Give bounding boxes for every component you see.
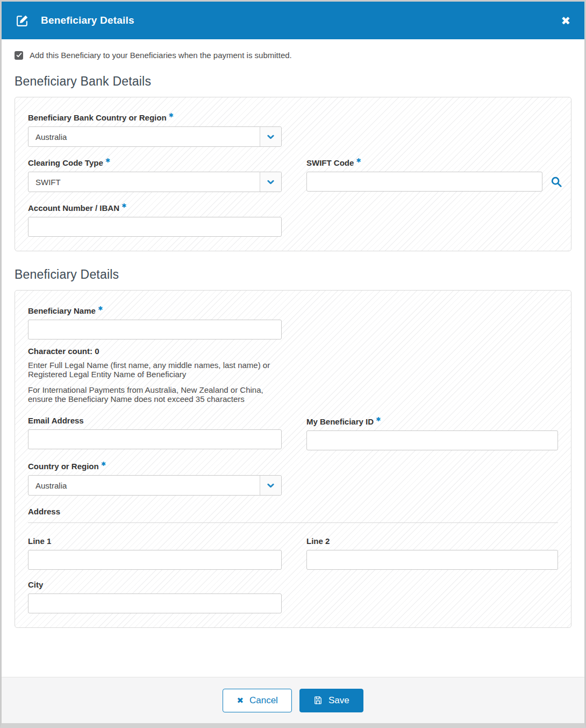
add-beneficiary-checkbox-label: Add this Beneficiary to your Beneficiari… [30, 51, 292, 60]
cancel-x-icon: ✖ [237, 696, 244, 705]
name-help-text-1: Enter Full Legal Name (first name, any m… [28, 361, 281, 379]
beneficiary-details-modal: Beneficiary Details ✖ Add this Beneficia… [0, 0, 586, 728]
country-label: Country or Region✱ [28, 461, 558, 471]
beneficiary-name-label: Beneficiary Name✱ [28, 305, 558, 315]
bank-details-panel: Beneficiary Bank Country or Region✱ Aust… [15, 97, 571, 251]
country-dropdown-button[interactable] [260, 476, 281, 495]
edit-icon [16, 14, 29, 27]
email-label: Email Address [28, 416, 282, 425]
modal-header: Beneficiary Details ✖ [2, 2, 584, 39]
cancel-button-label: Cancel [249, 695, 278, 706]
swift-code-label: SWIFT Code✱ [306, 157, 562, 167]
account-number-field: Account Number / IBAN✱ [28, 202, 558, 237]
swift-code-field: SWIFT Code✱ [306, 157, 562, 192]
beneficiary-id-field: My Beneficiary ID✱ [306, 416, 558, 450]
beneficiary-id-input[interactable] [306, 430, 558, 450]
required-marker: ✱ [122, 202, 126, 209]
chevron-down-icon [267, 133, 275, 141]
bank-country-field: Beneficiary Bank Country or Region✱ Aust… [28, 112, 558, 147]
beneficiary-name-field: Beneficiary Name✱ [28, 305, 558, 340]
required-marker: ✱ [356, 157, 361, 164]
country-label-text: Country or Region [28, 462, 99, 471]
search-icon[interactable] [551, 176, 562, 188]
beneficiary-details-panel: Beneficiary Name✱ Character count: 0 Ent… [15, 290, 571, 628]
beneficiary-details-heading: Beneficiary Details [15, 267, 571, 282]
modal-body: Add this Beneficiary to your Beneficiari… [2, 39, 584, 677]
bank-country-value: Australia [28, 127, 260, 146]
line1-input[interactable] [28, 550, 282, 570]
address-heading: Address [28, 507, 558, 516]
line2-field: Line 2 [306, 536, 558, 570]
beneficiary-name-label-text: Beneficiary Name [28, 306, 96, 315]
line1-field: Line 1 [28, 536, 282, 570]
line2-input[interactable] [306, 550, 558, 570]
beneficiary-id-label: My Beneficiary ID✱ [306, 416, 558, 426]
swift-code-input[interactable] [306, 172, 542, 192]
clearing-code-dropdown-button[interactable] [260, 172, 281, 192]
character-count: Character count: 0 [28, 347, 558, 356]
email-field-wrap: Email Address [28, 416, 282, 450]
clearing-code-select[interactable]: SWIFT [28, 172, 282, 192]
clearing-code-label-text: Clearing Code Type [28, 158, 103, 167]
swift-code-label-text: SWIFT Code [306, 158, 354, 167]
required-marker: ✱ [101, 461, 106, 467]
bank-country-label-text: Beneficiary Bank Country or Region [28, 113, 167, 122]
account-number-label: Account Number / IBAN✱ [28, 202, 558, 213]
city-input[interactable] [28, 593, 282, 613]
bank-details-heading: Beneficiary Bank Details [15, 74, 571, 89]
modal-footer: ✖ Cancel Save [2, 677, 584, 723]
close-icon[interactable]: ✖ [561, 15, 570, 26]
clearing-code-label: Clearing Code Type✱ [28, 157, 282, 167]
chevron-down-icon [267, 482, 275, 490]
bank-country-dropdown-button[interactable] [260, 127, 281, 146]
required-marker: ✱ [105, 157, 110, 164]
country-select[interactable]: Australia [28, 475, 282, 496]
chevron-down-icon [267, 178, 275, 186]
line1-label: Line 1 [28, 536, 282, 546]
save-button-label: Save [328, 695, 349, 706]
cancel-button[interactable]: ✖ Cancel [223, 689, 292, 712]
name-help-text-2: For International Payments from Australi… [28, 385, 281, 404]
bank-country-label: Beneficiary Bank Country or Region✱ [28, 112, 558, 122]
clearing-code-value: SWIFT [28, 172, 260, 192]
account-number-input[interactable] [28, 217, 282, 237]
account-number-label-text: Account Number / IBAN [28, 203, 119, 213]
modal-title: Beneficiary Details [41, 15, 134, 26]
add-beneficiary-checkbox[interactable] [15, 51, 23, 60]
beneficiary-name-input[interactable] [28, 320, 282, 340]
country-field: Country or Region✱ Australia [28, 461, 558, 496]
check-icon [16, 52, 22, 58]
required-marker: ✱ [169, 112, 174, 118]
address-divider [28, 522, 558, 523]
required-marker: ✱ [98, 305, 103, 312]
country-value: Australia [28, 476, 260, 495]
email-input[interactable] [28, 429, 282, 449]
beneficiary-id-label-text: My Beneficiary ID [306, 417, 374, 426]
line2-label: Line 2 [306, 536, 558, 546]
add-beneficiary-checkbox-row: Add this Beneficiary to your Beneficiari… [15, 51, 571, 60]
save-floppy-icon [313, 696, 323, 705]
required-marker: ✱ [376, 416, 381, 422]
city-field: City [28, 580, 558, 613]
city-label: City [28, 580, 558, 589]
bank-country-select[interactable]: Australia [28, 126, 282, 147]
save-button[interactable]: Save [299, 689, 363, 712]
clearing-code-field: Clearing Code Type✱ SWIFT [28, 157, 282, 192]
